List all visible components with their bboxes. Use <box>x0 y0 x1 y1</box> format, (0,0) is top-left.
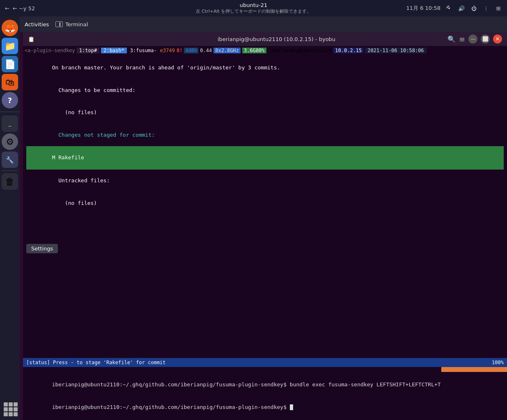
dock-tweaks[interactable]: 🔧 <box>2 151 18 168</box>
byobu-load: 0.44 <box>200 48 212 53</box>
power-icon[interactable]: ⏻ <box>470 5 477 12</box>
byobu-e3749: e3749 <box>160 48 175 53</box>
nav-bar: Activities ▐ Terminal <box>20 16 507 32</box>
back-arrow-icon[interactable]: ← <box>5 5 9 11</box>
capture-hint: 左 Ctrl+Alt を押してキーボードの制御を解除できます。 <box>196 8 312 14</box>
cmd1-text: iberianpig@ubuntu2110:~/.ghq/github.com/… <box>52 381 441 388</box>
cmd2-text: iberianpig@ubuntu2110:~/.ghq/github.com/… <box>52 404 290 410</box>
byobu-cpu: 8x2.8GHz <box>213 48 241 53</box>
system-bar-left: ← ← ~y 52 <box>5 5 35 11</box>
terminal-minimize-button[interactable]: — <box>468 34 477 44</box>
dock-settings[interactable]: ⚙ <box>2 133 18 150</box>
datetime: 11月 6 10:58 <box>406 5 440 12</box>
term-cmd1: iberianpig@ubuntu2110:~/.ghq/github.com/… <box>26 374 504 396</box>
rakefile-text: M Rakefile <box>52 154 84 161</box>
branch-text: On branch master. Your branch is ahead o… <box>52 64 280 71</box>
term-line-no-files-1: (no files) <box>26 101 504 124</box>
terminal-title: iberianpig@ubuntu2110 (10.0.2.15) - byob… <box>218 36 335 42</box>
sound-icon[interactable]: 🔊 <box>458 5 465 12</box>
progress-bar-fill <box>441 367 507 372</box>
terminal-titlebar-right: 🔍 ≡ — ⬜ ✕ <box>447 34 502 44</box>
untracked-text: Untracked files: <box>52 177 110 184</box>
no-files-1-text: (no files) <box>52 109 97 115</box>
system-bar: ← ← ~y 52 ubuntu-21 左 Ctrl+Alt を押してキーボード… <box>0 0 507 16</box>
terminal-content: On branch master. Your branch is ahead o… <box>23 55 507 420</box>
terminal-titlebar: 📋 iberianpig@ubuntu2110 (10.0.2.15) - by… <box>23 32 507 46</box>
terminal-nav-label: Terminal <box>65 21 88 28</box>
byobu-pane1: 1:top# <box>77 48 99 53</box>
dock-terminal[interactable]: _ <box>2 115 18 132</box>
term-line-rakefile: M Rakefile <box>26 146 504 170</box>
term-cmd2: iberianpig@ubuntu2110:~/.ghq/github.com/… <box>26 396 504 418</box>
more-icon[interactable]: ⋮ <box>482 5 490 12</box>
system-bar-center: ubuntu-21 左 Ctrl+Alt を押してキーボードの制御を解除できます… <box>196 2 312 14</box>
terminal-menu-icon[interactable]: ≡ <box>459 35 465 44</box>
dock-software[interactable]: 🛍 <box>2 74 18 90</box>
dock-help[interactable]: ? <box>2 92 18 108</box>
term-line-changes-committed: Changes to be committed: <box>26 79 504 102</box>
byobu-ip: 10.0.2.15 <box>333 48 363 53</box>
terminal-nav-icon: ▐ <box>55 21 63 27</box>
no-files-2-text: (no files) <box>52 200 97 206</box>
dock-writer[interactable]: 📄 <box>2 56 18 72</box>
expand-icon[interactable]: ⊞ <box>495 5 502 12</box>
svg-point-0 <box>448 7 450 9</box>
terminal-close-button[interactable]: ✕ <box>493 34 502 44</box>
system-bar-right: 11月 6 10:58 🔊 ⏻ ⋮ ⊞ <box>406 5 502 12</box>
dock-apps-button[interactable] <box>2 400 18 417</box>
byobu-hostname: iberianpig@ubuntu2110 <box>270 48 332 53</box>
terminal-search-icon[interactable]: 🔍 <box>447 35 456 43</box>
window-title: ubuntu-21 <box>240 2 268 8</box>
workspace-indicator: ← ~y 52 <box>13 5 35 11</box>
byobu-fusuma: 3:fusuma- <box>128 48 158 53</box>
status-percent: 100% <box>492 360 504 365</box>
byobu-icon: 📋 <box>28 36 34 42</box>
changes-committed-text: Changes to be committed: <box>52 87 136 93</box>
dock-divider2 <box>2 170 18 171</box>
byobu-excl: 8! <box>177 48 182 53</box>
network-icon[interactable] <box>445 5 453 12</box>
terminal-cursor <box>290 404 293 410</box>
byobu-uptime: 4d0h <box>184 48 198 53</box>
terminal-scroll-area[interactable]: On branch master. Your branch is ahead o… <box>23 55 507 358</box>
term-line-no-files-2: (no files) <box>26 192 504 214</box>
activities-button[interactable]: Activities <box>25 21 49 28</box>
byobu-mem: 3.6G80% <box>242 48 266 53</box>
dock-trash[interactable]: 🗑 <box>2 173 18 190</box>
left-dock: 🦊 📁 📄 🛍 ? _ ⚙ 🔧 🗑 <box>0 16 20 420</box>
status-bar: [status] Press - to stage 'Rakefile' for… <box>23 358 507 367</box>
dock-firefox[interactable]: 🦊 <box>2 20 18 36</box>
term-line-untracked: Untracked files: <box>26 170 504 192</box>
changes-staged-text: Changes not staged for commit: <box>52 132 155 138</box>
progress-bar-container <box>23 367 507 372</box>
byobu-status-top: <a-plugin-sendkey 1:top# 2:bash* 3:fusum… <box>23 46 507 55</box>
terminal-window: 📋 iberianpig@ubuntu2110 (10.0.2.15) - by… <box>23 32 507 420</box>
term-line-changes-staged: Changes not staged for commit: <box>26 124 504 147</box>
term-line-branch: On branch master. Your branch is ahead o… <box>26 57 504 79</box>
byobu-datetime: 2021-11-06 10:58:06 <box>365 48 426 53</box>
dock-divider <box>0 112 20 112</box>
byobu-bash: 2:bash* <box>101 48 127 53</box>
terminal-maximize-button[interactable]: ⬜ <box>481 34 490 44</box>
dock-files[interactable]: 📁 <box>2 38 18 54</box>
settings-tooltip: Settings <box>26 244 58 253</box>
byobu-plugin: <a-plugin-sendkey <box>25 48 75 53</box>
status-text: [status] Press - to stage 'Rakefile' for… <box>26 360 166 365</box>
terminal-bottom-commands: iberianpig@ubuntu2110:~/.ghq/github.com/… <box>23 372 507 420</box>
terminal-nav-item[interactable]: ▐ Terminal <box>55 21 88 28</box>
